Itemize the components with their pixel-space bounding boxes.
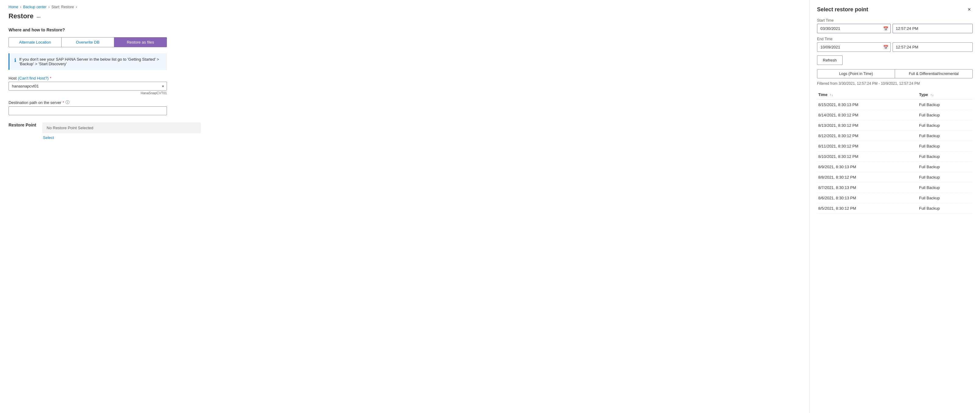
host-field-group: Host (Can't find Host?) * hanasnapcvt01 … bbox=[8, 76, 800, 95]
refresh-button[interactable]: Refresh bbox=[817, 56, 843, 65]
cell-type-8: Full Backup bbox=[918, 183, 973, 193]
end-date-input[interactable] bbox=[817, 42, 891, 52]
cell-type-7: Full Backup bbox=[918, 172, 973, 183]
cell-time-9: 8/6/2021, 8:30:13 PM bbox=[817, 193, 918, 203]
breadcrumb-home[interactable]: Home bbox=[8, 5, 18, 9]
cell-type-1: Full Backup bbox=[918, 110, 973, 120]
cell-type-9: Full Backup bbox=[918, 193, 973, 203]
table-row[interactable]: 8/15/2021, 8:30:13 PM Full Backup bbox=[817, 100, 973, 110]
filter-text: Filtered from 3/30/2021, 12:57:24 PM - 1… bbox=[817, 81, 973, 86]
cell-time-10: 8/5/2021, 8:30:12 PM bbox=[817, 203, 918, 214]
col-header-time[interactable]: Time ↑↓ bbox=[817, 90, 918, 100]
table-row[interactable]: 8/8/2021, 8:30:12 PM Full Backup bbox=[817, 172, 973, 183]
cell-type-4: Full Backup bbox=[918, 141, 973, 151]
table-row[interactable]: 8/13/2021, 8:30:12 PM Full Backup bbox=[817, 120, 973, 131]
restore-point-section: Restore Point No Restore Point Selected … bbox=[8, 123, 800, 140]
tab-logs-point-in-time[interactable]: Logs (Point in Time) bbox=[817, 70, 895, 78]
page-title-row: Restore ... bbox=[8, 12, 800, 20]
restore-point-value: No Restore Point Selected bbox=[42, 123, 201, 133]
type-sort-icon: ↑↓ bbox=[930, 93, 934, 97]
info-message: If you don't see your SAP HANA Server in… bbox=[19, 57, 162, 66]
table-row[interactable]: 8/12/2021, 8:30:12 PM Full Backup bbox=[817, 131, 973, 141]
breadcrumb-sep-2: › bbox=[48, 5, 50, 9]
end-time-section: End Time 📅 bbox=[817, 37, 973, 52]
page-title: Restore bbox=[8, 12, 33, 20]
table-row[interactable]: 8/11/2021, 8:30:12 PM Full Backup bbox=[817, 141, 973, 151]
host-select[interactable]: hanasnapcvt01 bbox=[8, 82, 167, 91]
breadcrumb-current: Start: Restore bbox=[51, 5, 74, 9]
host-required-star: * bbox=[50, 76, 51, 80]
cell-time-0: 8/15/2021, 8:30:13 PM bbox=[817, 100, 918, 110]
table-row[interactable]: 8/14/2021, 8:30:12 PM Full Backup bbox=[817, 110, 973, 120]
left-panel: Home › Backup center › Start: Restore › … bbox=[0, 0, 810, 413]
info-box: ℹ If you don't see your SAP HANA Server … bbox=[8, 53, 167, 70]
close-button[interactable]: × bbox=[966, 6, 973, 13]
time-sort-icon: ↑↓ bbox=[830, 93, 833, 97]
restore-type-tabs: Logs (Point in Time) Full & Differential… bbox=[817, 69, 973, 78]
section-heading: Where and how to Restore? bbox=[8, 27, 800, 32]
cell-type-6: Full Backup bbox=[918, 162, 973, 172]
end-time-label: End Time bbox=[817, 37, 973, 41]
destination-label: Destination path on the server * ⓘ bbox=[8, 100, 800, 105]
cell-type-2: Full Backup bbox=[918, 120, 973, 131]
breadcrumb-backup-center[interactable]: Backup center bbox=[23, 5, 47, 9]
panel-header: Select restore point × bbox=[817, 6, 973, 13]
cell-time-8: 8/7/2021, 8:30:13 PM bbox=[817, 183, 918, 193]
table-row[interactable]: 8/6/2021, 8:30:13 PM Full Backup bbox=[817, 193, 973, 203]
end-time-row: 📅 bbox=[817, 42, 973, 52]
breadcrumb: Home › Backup center › Start: Restore › bbox=[8, 5, 800, 9]
end-date-wrapper: 📅 bbox=[817, 42, 891, 52]
cell-time-6: 8/9/2021, 8:30:13 PM bbox=[817, 162, 918, 172]
tab-alternate-location[interactable]: Alternate Location bbox=[9, 37, 62, 47]
cell-type-5: Full Backup bbox=[918, 151, 973, 162]
right-panel: Select restore point × Start Time 📅 End … bbox=[810, 0, 980, 413]
host-sublabel: HanaSnapCVT01 bbox=[8, 91, 167, 95]
start-date-input[interactable] bbox=[817, 24, 891, 33]
start-time-label: Start Time bbox=[817, 18, 973, 22]
breadcrumb-sep-1: › bbox=[20, 5, 21, 9]
destination-required-star: * bbox=[62, 100, 64, 105]
cant-find-host-link[interactable]: (Can't find Host?) bbox=[18, 76, 49, 80]
start-time-section: Start Time 📅 bbox=[817, 18, 973, 33]
destination-info-icon: ⓘ bbox=[65, 100, 70, 105]
cell-time-3: 8/12/2021, 8:30:12 PM bbox=[817, 131, 918, 141]
cell-type-10: Full Backup bbox=[918, 203, 973, 214]
table-row[interactable]: 8/7/2021, 8:30:13 PM Full Backup bbox=[817, 183, 973, 193]
cell-type-3: Full Backup bbox=[918, 131, 973, 141]
page-title-menu[interactable]: ... bbox=[37, 13, 40, 19]
destination-input[interactable] bbox=[8, 106, 167, 115]
start-time-row: 📅 bbox=[817, 24, 973, 33]
start-date-wrapper: 📅 bbox=[817, 24, 891, 33]
cell-type-0: Full Backup bbox=[918, 100, 973, 110]
host-select-wrapper: hanasnapcvt01 ▾ bbox=[8, 82, 167, 91]
cell-time-2: 8/13/2021, 8:30:12 PM bbox=[817, 120, 918, 131]
start-time-input[interactable] bbox=[892, 24, 973, 33]
restore-point-label: Restore Point bbox=[8, 123, 36, 128]
restore-tabs: Alternate Location Overwrite DB Restore … bbox=[8, 37, 167, 47]
tab-overwrite-db[interactable]: Overwrite DB bbox=[62, 37, 114, 47]
cell-time-1: 8/14/2021, 8:30:12 PM bbox=[817, 110, 918, 120]
tab-restore-as-files[interactable]: Restore as files bbox=[114, 37, 167, 47]
tab-full-differential[interactable]: Full & Differential/Incremental bbox=[895, 70, 972, 78]
info-icon: ℹ bbox=[14, 57, 16, 63]
cell-time-5: 8/10/2021, 8:30:12 PM bbox=[817, 151, 918, 162]
cell-time-7: 8/8/2021, 8:30:12 PM bbox=[817, 172, 918, 183]
panel-title: Select restore point bbox=[817, 6, 868, 13]
destination-field-group: Destination path on the server * ⓘ bbox=[8, 100, 800, 115]
table-row[interactable]: 8/5/2021, 8:30:12 PM Full Backup bbox=[817, 203, 973, 214]
end-time-input[interactable] bbox=[892, 42, 973, 52]
table-row[interactable]: 8/9/2021, 8:30:13 PM Full Backup bbox=[817, 162, 973, 172]
restore-points-table: Time ↑↓ Type ↑↓ 8/15/2021, 8:30:13 PM Fu… bbox=[817, 90, 973, 214]
col-header-type[interactable]: Type ↑↓ bbox=[918, 90, 973, 100]
breadcrumb-sep-3: › bbox=[76, 5, 77, 9]
host-label: Host (Can't find Host?) * bbox=[8, 76, 800, 80]
table-row[interactable]: 8/10/2021, 8:30:12 PM Full Backup bbox=[817, 151, 973, 162]
select-restore-point-link[interactable]: Select bbox=[43, 136, 54, 140]
cell-time-4: 8/11/2021, 8:30:12 PM bbox=[817, 141, 918, 151]
